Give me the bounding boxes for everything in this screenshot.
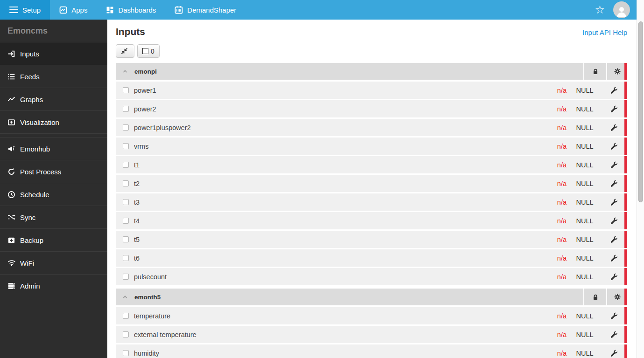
input-name: humidity xyxy=(134,350,159,357)
input-last-updated: NULL xyxy=(567,350,603,357)
select-all-button[interactable]: 0 xyxy=(137,44,160,58)
input-name: t3 xyxy=(134,199,140,206)
input-row: t4 n/a NULL xyxy=(116,212,627,229)
wrench-icon xyxy=(610,105,617,112)
sidebar-item-label: Graphs xyxy=(20,96,43,103)
input-name: t5 xyxy=(134,236,140,243)
row-checkbox[interactable] xyxy=(123,124,129,131)
input-group-header: emonpi xyxy=(116,63,627,80)
row-checkbox[interactable] xyxy=(123,218,129,224)
row-config-button[interactable] xyxy=(603,124,627,131)
row-config-button[interactable] xyxy=(603,331,627,338)
status-redbar xyxy=(624,326,627,343)
sidebar-item-wifi[interactable]: WiFi xyxy=(0,251,107,274)
sidebar-item-backup[interactable]: Backup xyxy=(0,228,107,251)
input-value: n/a xyxy=(539,350,567,357)
sidebar-item-inputs[interactable]: Inputs xyxy=(0,42,107,65)
chart-line-icon xyxy=(7,96,16,103)
sidebar-item-admin[interactable]: Admin xyxy=(0,274,107,297)
input-last-updated: NULL xyxy=(567,87,603,94)
input-api-help-link[interactable]: Input API Help xyxy=(582,28,627,36)
sidebar-item-label: Visualization xyxy=(20,118,59,126)
wrench-icon xyxy=(610,217,617,224)
input-row: t6 n/a NULL xyxy=(116,249,627,267)
row-checkbox[interactable] xyxy=(123,350,129,356)
input-name: t2 xyxy=(134,180,140,187)
sidebar-item-label: Schedule xyxy=(20,191,49,199)
sidebar-item-visualization[interactable]: Visualization xyxy=(0,110,107,133)
refresh-icon xyxy=(7,168,16,176)
sidebar-item-graphs[interactable]: Graphs xyxy=(0,88,107,110)
row-config-button[interactable] xyxy=(603,217,627,224)
star-icon[interactable]: ☆ xyxy=(595,4,605,15)
row-config-button[interactable] xyxy=(603,350,627,357)
input-name: pulsecount xyxy=(134,273,167,281)
row-checkbox[interactable] xyxy=(123,180,129,186)
sidebar-item-post-process[interactable]: Post Process xyxy=(0,160,107,183)
input-group-name: emonth5 xyxy=(134,294,161,301)
collapse-group-chevron-icon[interactable] xyxy=(116,68,134,75)
sign-in-icon xyxy=(7,50,16,58)
collapse-group-chevron-icon[interactable] xyxy=(116,294,134,300)
row-config-button[interactable] xyxy=(603,143,627,150)
nav-tab-dashboards[interactable]: Dashboards xyxy=(97,0,165,20)
select-all-checkbox-icon xyxy=(142,48,148,54)
lock-icon xyxy=(592,294,599,301)
row-config-button[interactable] xyxy=(603,236,627,243)
sidebar-item-label: Backup xyxy=(20,236,43,244)
wrench-icon xyxy=(610,331,617,338)
page-scrollbar[interactable] xyxy=(637,0,644,358)
input-row: t3 n/a NULL xyxy=(116,193,627,211)
row-checkbox[interactable] xyxy=(123,313,129,319)
shuffle-icon xyxy=(7,213,16,221)
inputs-toolbar: 0 xyxy=(116,44,627,58)
row-config-button[interactable] xyxy=(603,161,627,168)
row-checkbox[interactable] xyxy=(123,236,129,242)
top-navbar: SetupAppsDashboardsDemandShaper☆ xyxy=(0,0,637,20)
sidebar-item-emonhub[interactable]: Emonhub xyxy=(0,137,107,160)
input-row: temperature n/a NULL xyxy=(116,307,627,324)
calendar-icon xyxy=(175,6,183,14)
row-config-button[interactable] xyxy=(603,273,627,280)
list-icon xyxy=(7,73,16,81)
nav-tab-demandshaper[interactable]: DemandShaper xyxy=(165,0,245,20)
nav-tab-label: Apps xyxy=(71,6,87,14)
row-config-button[interactable] xyxy=(603,312,627,319)
group-lock-button[interactable] xyxy=(583,63,606,80)
scrollbar-thumb[interactable] xyxy=(638,21,643,202)
row-checkbox[interactable] xyxy=(123,162,129,168)
sidebar-item-sync[interactable]: Sync xyxy=(0,206,107,228)
row-config-button[interactable] xyxy=(603,87,627,94)
row-config-button[interactable] xyxy=(603,105,627,112)
nav-tab-label: DemandShaper xyxy=(187,6,236,14)
lock-icon xyxy=(592,68,599,75)
visualization-icon xyxy=(7,118,16,126)
nav-tab-setup[interactable]: Setup xyxy=(0,0,50,20)
selected-count: 0 xyxy=(151,48,154,55)
row-config-button[interactable] xyxy=(603,255,627,262)
row-checkbox[interactable] xyxy=(123,143,129,149)
group-lock-button[interactable] xyxy=(583,289,606,305)
row-checkbox[interactable] xyxy=(123,199,129,205)
row-config-button[interactable] xyxy=(603,180,627,187)
row-checkbox[interactable] xyxy=(123,331,129,337)
sidebar-item-schedule[interactable]: Schedule xyxy=(0,183,107,206)
input-group-name: emonpi xyxy=(134,68,157,75)
input-last-updated: NULL xyxy=(567,199,603,206)
sidebar-item-label: WiFi xyxy=(20,259,34,267)
row-checkbox[interactable] xyxy=(123,106,129,112)
nav-tab-apps[interactable]: Apps xyxy=(50,0,97,20)
user-avatar[interactable] xyxy=(613,1,630,18)
collapse-all-button[interactable] xyxy=(116,44,134,58)
clock-icon xyxy=(7,191,16,199)
row-checkbox[interactable] xyxy=(123,87,129,93)
wrench-icon xyxy=(610,255,617,262)
nav-tab-label: Setup xyxy=(22,6,41,14)
input-value: n/a xyxy=(539,312,567,320)
input-last-updated: NULL xyxy=(567,312,603,320)
row-checkbox[interactable] xyxy=(123,255,129,261)
row-config-button[interactable] xyxy=(603,199,627,206)
sidebar-item-feeds[interactable]: Feeds xyxy=(0,65,107,88)
input-row: humidity n/a NULL xyxy=(116,344,627,358)
row-checkbox[interactable] xyxy=(123,274,129,280)
